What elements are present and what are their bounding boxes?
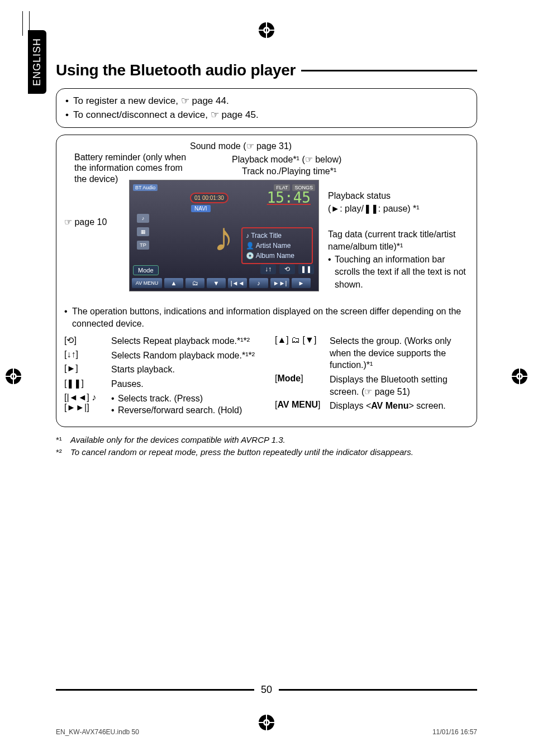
registration-mark-right [512, 369, 527, 384]
artist-name: 👤 Artist Name [246, 241, 308, 251]
side-icon[interactable]: ▦ [137, 227, 149, 236]
crop-mark [22, 11, 23, 36]
tag-data-box[interactable]: ♪ Track Title 👤 Artist Name 💿 Album Name [241, 227, 313, 264]
track-title: ♪ Track Title [246, 231, 308, 241]
intro-note: To connect/disconnect a device, ☞ page 4… [65, 108, 468, 122]
label-playback-status: Playback status [328, 190, 469, 202]
key-pause: [❚❚] [64, 378, 111, 390]
down-button[interactable]: ▼ [207, 278, 226, 288]
clock-time: 15:45 [267, 189, 311, 206]
note-differ: The operation buttons, indications and i… [64, 305, 469, 329]
page-num-rule [279, 689, 477, 691]
play-button[interactable]: ► [292, 278, 311, 288]
label-track-no-time: Track no./Playing time*¹ [242, 166, 336, 176]
footnote-text: Available only for the devices compatibl… [70, 434, 285, 447]
pause-button[interactable]: ❚❚ [298, 264, 314, 274]
track-time-oval: 01 00:01:30 [190, 193, 229, 203]
label-playback-status-detail: (►: play/❚❚: pause) *¹ [328, 203, 469, 215]
key-avmenu: [AV MENU] [275, 400, 330, 412]
prev-button[interactable]: |◄◄ [228, 278, 247, 288]
key-repeat: [⟲] [64, 335, 111, 347]
footnote-text: To cancel random or repeat mode, press t… [70, 446, 413, 459]
key-random: [↓↑] [64, 350, 111, 362]
footnote-mark: *² [56, 446, 67, 459]
repeat-button[interactable]: ⟲ [279, 264, 295, 274]
label-battery-reminder: Battery reminder (only when the informat… [74, 152, 197, 184]
label-tag-data-note: Touching an information bar scrolls the … [328, 253, 469, 291]
label-playback-mode: Playback mode*¹ (☞ below) [232, 154, 341, 165]
key-track-seek: [|◄◄] ♪ [►►|] [64, 393, 111, 417]
page-num-rule [56, 689, 254, 691]
page-title: Using the Bluetooth audio player [56, 61, 296, 79]
device-screenshot: BT Audio FLAT SONGS 01 00:01:30 NAVI 15:… [129, 180, 319, 291]
footer-file: EN_KW-AVX746EU.indb 50 [56, 728, 139, 736]
up-button[interactable]: ▲ [164, 278, 183, 288]
desc-play: Starts playback. [111, 363, 258, 376]
key-mode: [Mode] [275, 374, 330, 398]
next-button[interactable]: ►►| [270, 278, 289, 288]
desc-avmenu: Displays <AV Menu> screen. [330, 400, 469, 412]
key-play: [►] [64, 363, 111, 376]
label-page10-ref: ☞ page 10 [64, 217, 126, 227]
title-rule [301, 70, 477, 71]
intro-panel: To register a new device, ☞ page 44. To … [56, 88, 477, 128]
footnote-mark: *¹ [56, 434, 67, 447]
diagram-panel: Sound mode (☞ page 31) Battery reminder … [56, 135, 477, 427]
desc-pause: Pauses. [111, 378, 258, 390]
intro-note: To register a new device, ☞ page 44. [65, 94, 468, 108]
desc-random: Selects Random playback mode.*¹*² [111, 350, 258, 362]
navi-button[interactable]: NAVI [191, 205, 211, 212]
random-button[interactable]: ↓↑ [260, 264, 276, 274]
desc-group: Selects the group. (Works only when the … [330, 335, 469, 371]
tp-icon[interactable]: TP [137, 241, 149, 250]
key-group: [▲] 🗂 [▼] [275, 335, 330, 371]
desc-track-seek: Selects track. (Press) Reverse/forward s… [111, 393, 258, 417]
language-tab: ENGLISH [28, 30, 46, 94]
button-function-table: [⟲]Selects Repeat playback mode.*¹*² [↓↑… [64, 335, 469, 419]
page-number: 50 [261, 684, 272, 696]
label-sound-mode: Sound mode (☞ page 31) [190, 141, 292, 151]
avmenu-button[interactable]: AV MENU [132, 278, 162, 288]
desc-repeat: Selects Repeat playback mode.*¹*² [111, 335, 258, 347]
footnotes: *¹Available only for the devices compati… [56, 434, 477, 459]
bt-audio-chip: BT Audio [133, 184, 158, 191]
music-note-icon: ♪ [213, 214, 234, 260]
group-button[interactable]: 🗂 [185, 278, 204, 288]
desc-mode: Displays the Bluetooth setting screen. (… [330, 374, 469, 398]
registration-mark-top [259, 22, 274, 38]
registration-mark-left [6, 369, 21, 384]
album-name: 💿 Album Name [246, 251, 308, 261]
label-tag-data: Tag data (current track title/artist nam… [328, 228, 469, 253]
mode-button[interactable]: Mode [133, 265, 159, 275]
footer-timestamp: 11/01/16 16:57 [432, 728, 477, 736]
note-button[interactable]: ♪ [249, 278, 268, 288]
side-icon[interactable]: ♪ [137, 214, 149, 223]
